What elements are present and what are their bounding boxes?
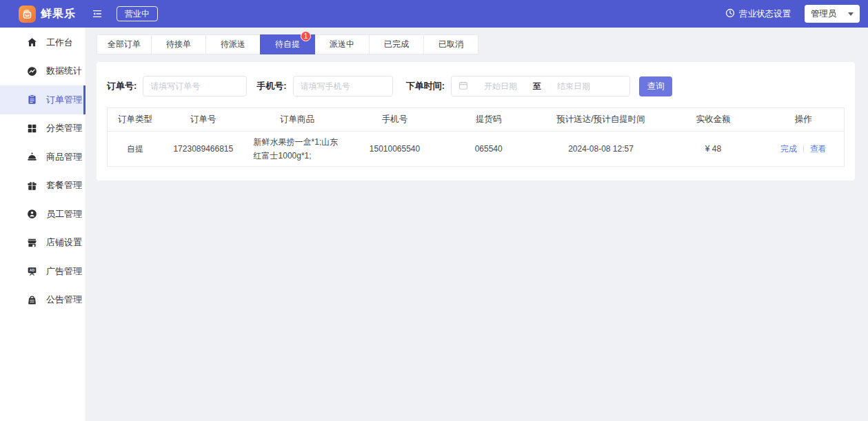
brand: 鲜果乐: [0, 6, 86, 23]
ad-board-icon: AD: [27, 266, 37, 276]
view-order-link[interactable]: 查看: [810, 142, 827, 156]
sidebar-item-label: 广告管理: [46, 265, 82, 278]
cell-amount: ¥ 48: [663, 142, 763, 156]
col-products: 订单商品: [244, 112, 351, 127]
sidebar-item-label: 订单管理: [46, 94, 82, 106]
sidebar-item-label: 店铺设置: [46, 236, 82, 249]
date-range-separator: 至: [533, 81, 541, 92]
col-order-no: 订单号: [163, 112, 243, 127]
category-grid-icon: [27, 123, 37, 134]
col-amount: 实收金额: [663, 112, 763, 127]
tab-completed[interactable]: 已完成: [369, 34, 424, 54]
stats-icon: [27, 66, 37, 76]
tab-cancelled[interactable]: 已取消: [423, 34, 478, 54]
sidebar-item-categories[interactable]: 分类管理: [0, 114, 85, 143]
order-no-input[interactable]: [143, 76, 247, 96]
tab-pending-pickup[interactable]: 待自提 1: [260, 34, 315, 54]
cell-pickup-code: 065540: [439, 142, 538, 156]
staff-user-icon: [27, 209, 37, 219]
home-icon: [27, 37, 37, 48]
order-clipboard-icon: [27, 94, 37, 105]
tab-pending-accept[interactable]: 待接单: [151, 34, 206, 54]
search-button[interactable]: 查询: [639, 76, 672, 96]
sidebar-item-label: 数据统计: [46, 65, 82, 77]
clock-icon: [725, 8, 735, 20]
cell-products: 新鲜水果捞一盒*1;山东红富士1000g*1;: [244, 135, 351, 163]
top-header: 鲜果乐 营业中 营业状态设置 管理员: [0, 0, 868, 28]
main-content: 全部订单 待接单 待派送 待自提 1 派送中 已完成 已取消 订单号: 手机号:…: [86, 28, 868, 421]
orders-card: 订单号: 手机号: 下单时间: 至 查询 订单类型 订单号: [97, 62, 855, 181]
col-phone: 手机号: [350, 112, 438, 127]
calendar-icon: [458, 81, 468, 92]
col-pickup-code: 提货码: [439, 112, 538, 127]
table-header-row: 订单类型 订单号 订单商品 手机号 提货码 预计送达/预计自提时间 实收金额 操…: [108, 108, 844, 132]
end-date-input[interactable]: [544, 81, 603, 91]
sidebar-item-label: 公告管理: [46, 294, 82, 306]
tab-all-orders[interactable]: 全部订单: [97, 34, 152, 54]
tab-label: 已取消: [438, 39, 463, 49]
sidebar-item-notices[interactable]: 公告管理: [0, 286, 85, 315]
sidebar-item-label: 员工管理: [46, 208, 82, 220]
tab-label: 派送中: [330, 39, 354, 49]
cell-order-type: 自提: [108, 142, 163, 156]
col-order-type: 订单类型: [108, 112, 163, 127]
cell-order-no: 1723089466815: [163, 142, 243, 156]
sidebar-item-combos[interactable]: 套餐管理: [0, 172, 85, 201]
tab-label: 全部订单: [108, 39, 141, 49]
business-status-setting-label: 营业状态设置: [739, 8, 791, 20]
combo-gift-icon: [27, 181, 37, 191]
sidebar: 工作台 数据统计 订单管理 分类管理 商品管理 套餐管理 员工管理 店铺设置: [0, 28, 86, 421]
sidebar-item-orders[interactable]: 订单管理: [0, 85, 85, 114]
phone-label: 手机号:: [256, 80, 286, 92]
cell-expected-time: 2024-08-08 12:57: [538, 142, 664, 156]
sidebar-item-shop-settings[interactable]: 店铺设置: [0, 229, 85, 258]
sidebar-item-ads[interactable]: AD 广告管理: [0, 257, 85, 286]
shop-icon: [27, 238, 37, 248]
brand-logo-icon: [19, 6, 36, 23]
sidebar-item-workbench[interactable]: 工作台: [0, 28, 85, 57]
tab-pending-dispatch[interactable]: 待派送: [205, 34, 261, 54]
menu-collapse-icon[interactable]: [92, 8, 103, 19]
col-expected-time: 预计送达/预计自提时间: [538, 112, 664, 127]
sidebar-item-label: 套餐管理: [46, 179, 82, 192]
sidebar-item-label: 商品管理: [46, 151, 82, 163]
svg-text:AD: AD: [30, 268, 35, 272]
start-date-input[interactable]: [471, 81, 530, 91]
sidebar-item-label: 工作台: [46, 37, 73, 49]
sidebar-item-staff[interactable]: 员工管理: [0, 200, 85, 229]
announcement-icon: [27, 295, 37, 305]
table-row: 自提 1723089466815 新鲜水果捞一盒*1;山东红富士1000g*1;…: [108, 132, 844, 166]
business-status-setting[interactable]: 营业状态设置: [725, 8, 791, 20]
tab-label: 待接单: [166, 39, 191, 49]
cell-phone: 15010065540: [350, 142, 438, 156]
order-time-label: 下单时间:: [406, 80, 445, 92]
tab-label: 待派送: [221, 39, 245, 49]
sidebar-item-label: 分类管理: [46, 122, 82, 134]
filters-bar: 订单号: 手机号: 下单时间: 至 查询: [107, 76, 845, 96]
brand-name: 鲜果乐: [41, 7, 76, 21]
col-actions: 操作: [763, 112, 843, 127]
pending-pickup-count-badge: 1: [301, 31, 311, 41]
role-dropdown-value: 管理员: [811, 8, 837, 20]
business-status-badge: 营业中: [117, 6, 158, 21]
cell-actions: 完成 查看: [763, 142, 843, 156]
action-divider: [803, 145, 804, 153]
goods-cloche-icon: [27, 152, 37, 162]
orders-table: 订单类型 订单号 订单商品 手机号 提货码 预计送达/预计自提时间 实收金额 操…: [107, 107, 845, 167]
date-range-picker[interactable]: 至: [451, 76, 630, 96]
tab-label: 已完成: [384, 39, 409, 49]
order-no-label: 订单号:: [107, 80, 137, 92]
phone-input[interactable]: [293, 76, 393, 96]
order-status-tabs: 全部订单 待接单 待派送 待自提 1 派送中 已完成 已取消: [97, 34, 855, 54]
role-dropdown[interactable]: 管理员: [805, 5, 860, 23]
topbar-right: 营业状态设置 管理员: [725, 5, 868, 23]
chevron-down-icon: [848, 12, 854, 16]
complete-order-link[interactable]: 完成: [780, 142, 797, 156]
tab-label: 待自提: [275, 39, 300, 49]
sidebar-item-stats[interactable]: 数据统计: [0, 57, 85, 86]
sidebar-item-goods[interactable]: 商品管理: [0, 143, 85, 172]
tab-dispatching[interactable]: 派送中: [314, 34, 370, 54]
